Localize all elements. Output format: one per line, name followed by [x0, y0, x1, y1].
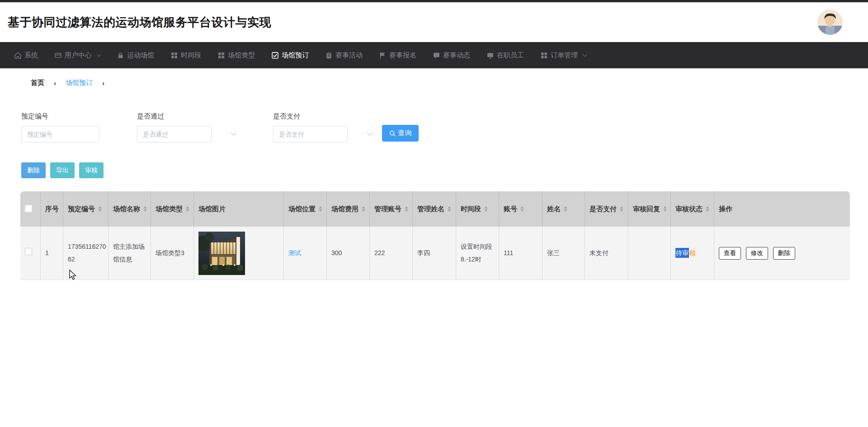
table-row: 1 1735611627062 馆主添加场馆信息 场馆类型3	[20, 227, 850, 280]
sort-icon[interactable]	[405, 206, 408, 212]
approved-label: 是否通过	[137, 112, 212, 121]
cell-operations: 查看 修改 删除	[714, 227, 850, 280]
header-select-all-cell	[20, 191, 41, 227]
audit-status-text: 核	[689, 248, 696, 258]
cell-booking-no: 1735611627062	[63, 227, 108, 280]
table-header-row: 序号 预定编号 场馆名称 场馆类型 场馆图片 场馆位置 场馆费用 管理账号 管理…	[20, 191, 850, 227]
search-button[interactable]: 查询	[382, 125, 419, 142]
nav-item-sports-venue[interactable]: 运动场馆	[117, 51, 154, 60]
search-icon	[389, 130, 396, 137]
sort-icon[interactable]	[186, 206, 189, 212]
cell-audit-status: 待审核	[671, 227, 714, 280]
chevron-down-icon[interactable]	[231, 130, 236, 136]
header-admin-account[interactable]: 管理账号	[370, 191, 413, 227]
venue-location-link[interactable]: 测试	[288, 249, 301, 256]
nav-item-venue-booking[interactable]: 场馆预订	[272, 51, 309, 60]
venue-photo[interactable]	[198, 232, 245, 275]
view-button[interactable]: 查看	[719, 247, 741, 260]
header-admin-name[interactable]: 管理姓名	[413, 191, 456, 227]
header-account[interactable]: 账号	[499, 191, 542, 227]
nav-item-system[interactable]: 系统	[14, 51, 38, 60]
row-select-cell	[20, 227, 41, 280]
cell-venue-location: 测试	[284, 227, 327, 280]
paid-label: 是否支付	[273, 112, 348, 121]
row-checkbox[interactable]	[25, 248, 32, 255]
nav-item-time-slot[interactable]: 时间段	[171, 51, 201, 60]
header-name[interactable]: 姓名	[542, 191, 585, 227]
header-venue-location[interactable]: 场馆位置	[284, 191, 327, 227]
grid-icon	[541, 52, 547, 59]
header-time-slot[interactable]: 时间段	[456, 191, 499, 227]
cell-time-slot: 设置时间段8.-12时	[456, 227, 499, 280]
sort-icon[interactable]	[620, 206, 623, 212]
avatar-image	[817, 9, 843, 35]
app-header: 基于协同过滤算法的运动场馆服务平台设计与实现	[0, 2, 868, 42]
chevron-down-icon[interactable]	[367, 130, 373, 136]
delete-button[interactable]: 删除	[773, 247, 795, 260]
header-venue-fee[interactable]: 场馆费用	[327, 191, 370, 227]
user-card-icon	[55, 52, 61, 59]
paid-field-group: 是否支付	[273, 112, 348, 142]
sort-icon[interactable]	[484, 206, 488, 212]
approved-select[interactable]	[137, 126, 212, 142]
main-nav: 系统 用户中心 运动场馆 时间段 场馆类型 场馆预订 赛事活动 赛事报名 赛事动…	[0, 42, 868, 68]
breadcrumb-current-link[interactable]: 场馆预订	[66, 79, 93, 87]
nav-item-order-management[interactable]: 订单管理	[541, 51, 586, 60]
header-venue-type[interactable]: 场馆类型	[151, 191, 194, 227]
sort-icon[interactable]	[319, 206, 322, 212]
cell-audit-reply	[628, 227, 671, 280]
sort-icon[interactable]	[663, 206, 667, 212]
user-avatar[interactable]	[817, 9, 843, 35]
nav-item-staff[interactable]: 在职员工	[487, 51, 524, 60]
grid-icon	[218, 52, 225, 59]
breadcrumb-separator-icon: ›	[102, 79, 104, 87]
paid-select[interactable]	[273, 126, 348, 142]
clipboard-icon	[326, 52, 332, 59]
cell-admin-name: 李四	[413, 227, 456, 280]
bulk-delete-button[interactable]: 删除	[21, 162, 46, 178]
bulk-export-button[interactable]: 导出	[50, 162, 75, 178]
home-icon	[14, 52, 21, 59]
chevron-down-icon	[97, 52, 101, 57]
nav-item-event-signup[interactable]: 赛事报名	[379, 51, 416, 60]
sort-icon[interactable]	[564, 206, 567, 212]
header-pay-status[interactable]: 是否支付	[585, 191, 628, 227]
booking-no-input[interactable]	[21, 126, 99, 142]
sort-icon[interactable]	[706, 206, 709, 212]
header-booking-no[interactable]: 预定编号	[63, 191, 108, 227]
header-audit-reply[interactable]: 审核回复	[628, 191, 671, 227]
select-all-checkbox[interactable]	[25, 205, 32, 212]
nav-item-event-activity[interactable]: 赛事活动	[326, 51, 363, 60]
cell-venue-image	[194, 227, 284, 280]
sort-icon[interactable]	[98, 206, 102, 212]
nav-item-user-center[interactable]: 用户中心	[55, 51, 100, 60]
booking-table: 序号 预定编号 场馆名称 场馆类型 场馆图片 场馆位置 场馆费用 管理账号 管理…	[20, 191, 850, 280]
header-operations: 操作	[714, 191, 850, 227]
breadcrumb-home-link[interactable]: 首页	[31, 79, 44, 87]
sort-icon[interactable]	[448, 206, 451, 212]
breadcrumb-separator-icon: ›	[54, 79, 56, 87]
nav-item-venue-type[interactable]: 场馆类型	[218, 51, 255, 60]
cell-index: 1	[41, 227, 63, 280]
sort-icon[interactable]	[362, 206, 365, 212]
cell-pay-status: 未支付	[585, 227, 628, 280]
header-index: 序号	[41, 191, 63, 227]
edit-button[interactable]: 修改	[746, 247, 768, 260]
bulk-action-bar: 删除 导出 审核	[21, 162, 868, 178]
grid-icon	[171, 52, 178, 59]
header-audit-status[interactable]: 审核状态	[671, 191, 714, 227]
bulk-audit-button[interactable]: 审核	[79, 162, 104, 178]
cell-admin-account: 222	[370, 227, 413, 280]
sort-icon[interactable]	[143, 206, 147, 212]
sort-icon[interactable]	[520, 206, 524, 212]
lock-icon	[117, 52, 124, 59]
chat-icon	[433, 52, 440, 59]
checkbox-icon	[272, 52, 278, 59]
page-title: 基于协同过滤算法的运动场馆服务平台设计与实现	[8, 14, 271, 30]
approved-field-group: 是否通过	[137, 112, 212, 142]
monitor-icon	[487, 52, 494, 59]
booking-no-field-group: 预定编号	[21, 112, 99, 142]
nav-item-event-news[interactable]: 赛事动态	[433, 51, 470, 60]
filter-bar: 预定编号 是否通过 是否支付 查询	[21, 112, 868, 142]
header-venue-name[interactable]: 场馆名称	[108, 191, 151, 227]
